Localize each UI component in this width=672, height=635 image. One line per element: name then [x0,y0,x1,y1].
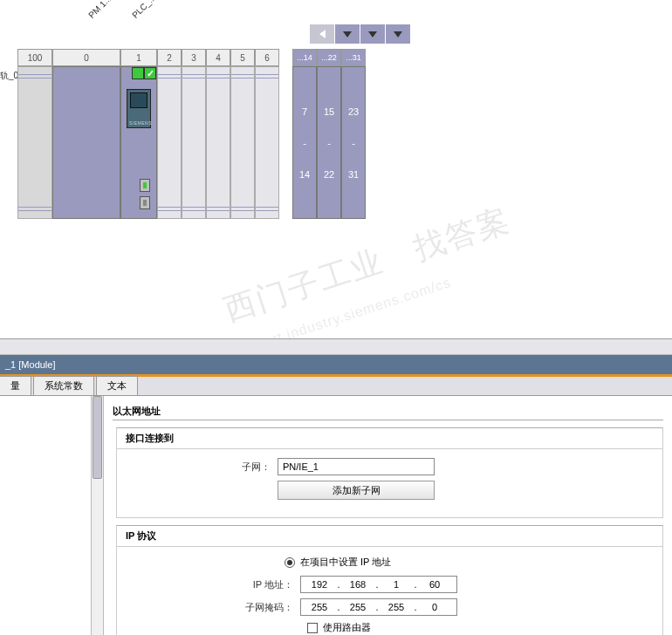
rack-row-label: 轨_0 [0,70,18,82]
slot-col-6[interactable]: 6 [255,49,279,66]
properties-sidebar[interactable] [0,396,92,635]
subnet-mask-label: 子网掩码： [152,601,300,614]
empty-slot-3[interactable] [182,66,206,219]
ethernet-port-2-icon[interactable] [140,196,150,209]
ip-address-input[interactable]: 192. 168. 1. 60 [300,576,457,593]
ip-address-label: IP 地址： [152,578,300,591]
slot-header-row: 100 0 1 2 3 4 5 6 ...14 ...22 ...31 [17,49,366,66]
slot-col-ext-31[interactable]: ...31 [341,49,366,66]
empty-slot-2[interactable] [157,66,182,219]
use-router-label: 使用路由器 [323,621,371,634]
properties-body: 以太网地址 接口连接到 子网： 添加新子网 IP 协议 [104,396,672,635]
subnet-label: 子网： [129,461,278,474]
slot-col-4[interactable]: 4 [206,49,230,66]
nav-expand-2[interactable] [360,24,385,44]
add-subnet-button[interactable]: 添加新子网 [278,481,435,500]
plc-module-label: PLC_... [130,0,157,20]
radio-set-in-project[interactable] [285,557,295,568]
slot-nav-arrows [310,24,410,44]
nav-expand-3[interactable] [386,24,410,44]
tab-text[interactable]: 文本 [96,376,138,395]
rack-prefix-slot[interactable] [17,66,52,219]
interface-connect-title: 接口连接到 [117,428,662,449]
sidebar-scrollbar[interactable] [92,396,104,635]
tab-variables[interactable]: 量 [0,376,31,395]
slot-col-ext-22[interactable]: ...22 [317,49,341,66]
tab-system-constants[interactable]: 系统常数 [33,376,94,395]
nav-left-button[interactable] [310,24,334,44]
rack-body: ✓ SIEMENS 7-14 15-22 23-31 [17,66,366,219]
status-ok-icon [132,67,144,79]
slot-col-100[interactable]: 100 [17,49,52,66]
scroll-thumb[interactable] [93,396,102,479]
slot-col-3[interactable]: 3 [182,49,206,66]
subnet-select[interactable] [278,458,435,475]
plc-status-row: ✓ [132,67,156,79]
pm-module-label: PM 1... [86,0,113,20]
slot-col-5[interactable]: 5 [230,49,255,66]
empty-slot-6[interactable] [255,66,279,219]
nav-expand-1[interactable] [335,24,360,44]
slot-col-0[interactable]: 0 [52,49,120,66]
expand-slot-7-14[interactable]: 7-14 [292,66,317,219]
panel-content: 以太网地址 接口连接到 子网： 添加新子网 IP 协议 [0,396,672,635]
properties-panel: _1 [Module] 量 系统常数 文本 以太网地址 接口连接到 子网： [0,338,672,635]
panel-titlebar: _1 [Module] [0,355,672,374]
radio-set-in-project-label: 在项目中设置 IP 地址 [300,556,391,569]
plc-brand-label: SIEMENS [129,120,148,126]
expand-slot-15-22[interactable]: 15-22 [317,66,341,219]
empty-slot-5[interactable] [230,66,255,219]
ethernet-section-title: 以太网地址 [113,401,663,420]
ethernet-port-1-icon[interactable] [140,179,150,192]
panel-edge [0,339,672,355]
pm-module-slot[interactable] [52,66,120,219]
status-check-icon: ✓ [144,67,156,79]
tabs-row: 量 系统常数 文本 [0,377,672,396]
empty-slot-4[interactable] [206,66,230,219]
use-router-checkbox[interactable] [307,623,318,633]
watermark-text: 西门子工业 找答案 [219,199,516,331]
ip-protocol-title: IP 协议 [117,526,662,547]
interface-connect-subsection: 接口连接到 子网： 添加新子网 [116,427,663,518]
ip-set-in-project-radio-row[interactable]: 在项目中设置 IP 地址 [129,556,650,569]
slot-col-2[interactable]: 2 [157,49,182,66]
panel-title: _1 [Module] [5,359,55,370]
slot-col-1[interactable]: 1 [120,49,157,66]
slot-col-ext-14[interactable]: ...14 [292,49,317,66]
ip-protocol-subsection: IP 协议 在项目中设置 IP 地址 IP 地址： 192. 168. 1. 6… [116,525,663,635]
subnet-mask-input[interactable]: 255. 255. 255. 0 [300,598,457,616]
expand-slot-23-31[interactable]: 23-31 [341,66,366,219]
plc-display: SIEMENS [127,89,151,128]
plc-module-slot[interactable]: ✓ SIEMENS [120,66,157,219]
use-router-checkbox-row[interactable]: 使用路由器 [129,621,650,634]
